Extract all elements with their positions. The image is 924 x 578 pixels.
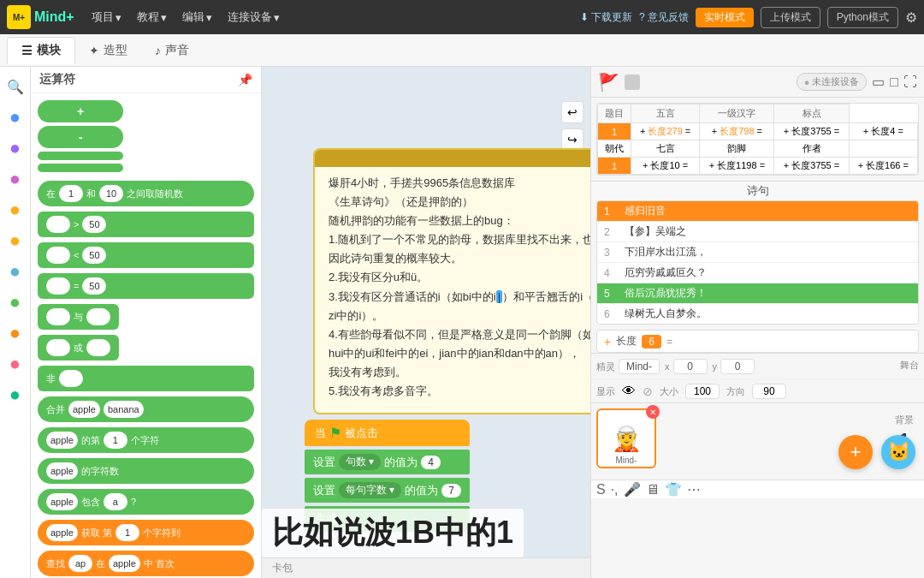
- event-block[interactable]: 当 ⚑ 被点击: [305, 420, 470, 446]
- or-block[interactable]: 或: [38, 335, 119, 361]
- sprite-x-field: x 0: [665, 359, 708, 374]
- sprite-name-value: Mind-: [619, 359, 660, 374]
- op-minus-block[interactable]: -: [38, 126, 123, 148]
- merge-block[interactable]: 合并 apple banana: [38, 396, 254, 422]
- sounds-icon: ♪: [155, 44, 161, 57]
- get-chars-block[interactable]: apple 获取 第 1 个字符到: [38, 520, 254, 545]
- op-bot-block[interactable]: [38, 164, 123, 172]
- feedback-button[interactable]: ? 意见反馈: [639, 10, 689, 25]
- nav-project[interactable]: 项目 ▾: [86, 8, 127, 27]
- equals-block[interactable]: = 50: [38, 273, 254, 299]
- length-row: + 长度 6 =: [596, 330, 919, 353]
- col-hanzi-header: 一级汉字: [700, 104, 774, 123]
- status-icon-4[interactable]: 🖥: [646, 482, 660, 498]
- status-icon-6[interactable]: ⋯: [687, 481, 701, 498]
- flag-run-button[interactable]: 🚩: [598, 72, 619, 92]
- extend-category-btn[interactable]: ●: [3, 382, 28, 408]
- col-punctuation-header: 标点: [774, 104, 849, 123]
- greater-than-block[interactable]: > 50: [38, 212, 254, 237]
- status-icon-5[interactable]: 👕: [665, 481, 682, 498]
- popup-line-8: zi中的i）。: [329, 307, 590, 325]
- table-cell-hanzi2-1: + 长度3755 =: [774, 123, 849, 140]
- detect-category-btn[interactable]: ●: [3, 259, 28, 284]
- add-stage-button[interactable]: 🐱: [881, 435, 915, 469]
- and-block[interactable]: 与: [38, 304, 119, 330]
- motion-category-btn[interactable]: ●: [3, 104, 28, 130]
- realtime-mode-button[interactable]: 实时模式: [696, 8, 754, 27]
- table-cell-rhyme: 韵脚: [700, 140, 774, 158]
- sprite-name-field: 精灵 Mind-: [596, 359, 660, 374]
- set-char-count-block[interactable]: 设置 每句字数 ▾ 的值为 7: [305, 478, 470, 503]
- data-table: 题目 五言 一级汉字 标点 1 + 长度279 = + 长度798 =: [596, 103, 919, 176]
- shapes-icon: ✦: [89, 44, 99, 57]
- eye-on-icon[interactable]: 👁: [622, 384, 636, 399]
- stop-button[interactable]: [625, 74, 640, 90]
- download-button[interactable]: ⬇ 下载更新: [580, 10, 632, 25]
- find-block[interactable]: 查找 ap 在 apple 中 首次: [38, 551, 254, 576]
- set-sentence-count-block[interactable]: 设置 句数 ▾ 的值为 4: [305, 450, 470, 474]
- tab-modules[interactable]: ☰ 模块: [7, 37, 75, 64]
- string-length-block[interactable]: apple 的字符数: [38, 458, 254, 484]
- sound-category-btn[interactable]: ●: [3, 166, 28, 192]
- popup-line-5: 因此诗句重复的概率较大。: [329, 249, 590, 268]
- popup-line-2: 《生草诗句》（还是押韵的）: [329, 193, 590, 212]
- function-category-btn[interactable]: ●: [3, 351, 28, 377]
- op-plus-block[interactable]: +: [38, 100, 123, 122]
- char-at-block[interactable]: apple 的第 1 个字符: [38, 427, 254, 453]
- not-block[interactable]: 非: [38, 366, 254, 391]
- less-than-block[interactable]: < 50: [38, 242, 254, 268]
- table-cell-qiyan: 七言: [631, 140, 699, 158]
- tab-bar: ☰ 模块 ✦ 造型 ♪ 声音: [0, 34, 924, 67]
- nav-edit[interactable]: 编辑 ▾: [177, 8, 217, 27]
- contains-block[interactable]: apple 包含 a ?: [38, 489, 254, 515]
- python-mode-button[interactable]: Python模式: [827, 7, 898, 28]
- sprite-thumbnail[interactable]: ✕ 🧝 Mind-: [596, 408, 656, 468]
- eye-off-icon[interactable]: ⊘: [643, 384, 653, 398]
- length-value: 6: [642, 335, 661, 349]
- search-icon-btn[interactable]: 🔍: [3, 74, 28, 99]
- blocks-panel: 运算符 📌 + - 在 1 和 10 之间取随机数: [31, 67, 262, 578]
- logo: M+ Mind+: [7, 5, 74, 29]
- control-category-btn[interactable]: ●: [3, 228, 28, 253]
- code-editor[interactable]: ✕ 爆肝4小时，手搓共9965条信息数据库 《生草诗句》（还是押韵的） 随机押韵…: [262, 67, 590, 557]
- popup-line-9: 4.有些韵母看似不同，但是严格意义是同一个韵脚（如: [329, 325, 590, 344]
- operator-category-btn[interactable]: ●: [3, 289, 28, 315]
- nav-connect[interactable]: 连接设备 ▾: [222, 8, 285, 27]
- tab-shapes[interactable]: ✦ 造型: [75, 38, 141, 63]
- sprite-thumb-label: Mind-: [598, 456, 654, 465]
- nav-tutorial[interactable]: 教程 ▾: [132, 8, 172, 27]
- blocks-header-label: 运算符: [39, 72, 75, 87]
- stage-label: 舞台: [900, 359, 919, 372]
- popup-note: ✕ 爆肝4小时，手搓共9965条信息数据库 《生草诗句》（还是押韵的） 随机押韵…: [313, 148, 590, 414]
- display-label: 显示: [596, 385, 615, 398]
- expand-icon[interactable]: ⛶: [903, 74, 917, 90]
- connection-dot-icon: ●: [804, 77, 810, 87]
- looks-category-btn[interactable]: ●: [3, 135, 28, 161]
- sprite-x-value: 0: [673, 359, 708, 374]
- table-cell-len3755: + 长度3755 =: [774, 158, 849, 175]
- status-icon-2[interactable]: ·,: [611, 482, 619, 498]
- undo-icon[interactable]: ↩: [561, 101, 583, 123]
- upload-mode-button[interactable]: 上传模式: [761, 7, 820, 28]
- status-icon-1[interactable]: S: [596, 482, 606, 498]
- random-block[interactable]: 在 1 和 10 之间取随机数: [38, 181, 254, 206]
- shrink-icon[interactable]: ▭: [872, 74, 885, 90]
- normal-size-icon[interactable]: □: [890, 74, 898, 90]
- settings-button[interactable]: ⚙: [905, 9, 917, 26]
- connection-status-badge: ● 未连接设备: [797, 73, 868, 91]
- pin-icon: 📌: [238, 73, 252, 86]
- right-panel: 🚩 ● 未连接设备 ▭ □ ⛶ 题目 五言 一级汉字: [590, 67, 924, 578]
- bg-label: 背景: [895, 414, 914, 426]
- length-plus-icon[interactable]: +: [604, 335, 611, 349]
- event-category-btn[interactable]: ●: [3, 197, 28, 223]
- op-mid-block[interactable]: [38, 152, 123, 160]
- status-icon-3[interactable]: 🎤: [624, 481, 641, 498]
- variable-category-btn[interactable]: ●: [3, 320, 28, 346]
- add-sprite-button[interactable]: +: [838, 435, 873, 469]
- popup-line-12: 5.我没有考虑多音字。: [329, 382, 590, 401]
- sprite-area: ✕ 🧝 Mind- 背景 1 + 🐱: [591, 402, 924, 480]
- tab-sounds[interactable]: ♪ 声音: [141, 38, 203, 63]
- right-controls: ● 未连接设备 ▭ □ ⛶: [797, 73, 917, 91]
- sprite-close-button[interactable]: ✕: [646, 405, 660, 419]
- logo-icon: M+: [7, 5, 31, 29]
